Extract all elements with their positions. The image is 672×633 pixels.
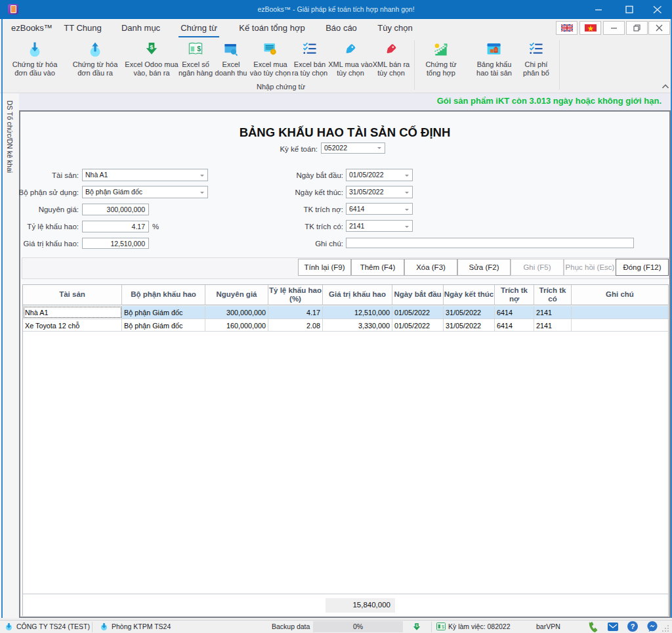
svg-text:$: $ <box>442 624 444 629</box>
svg-text:S: S <box>415 624 418 628</box>
svg-text:$: $ <box>197 45 201 53</box>
svg-text:?: ? <box>631 622 635 630</box>
svg-text:$: $ <box>150 44 154 51</box>
